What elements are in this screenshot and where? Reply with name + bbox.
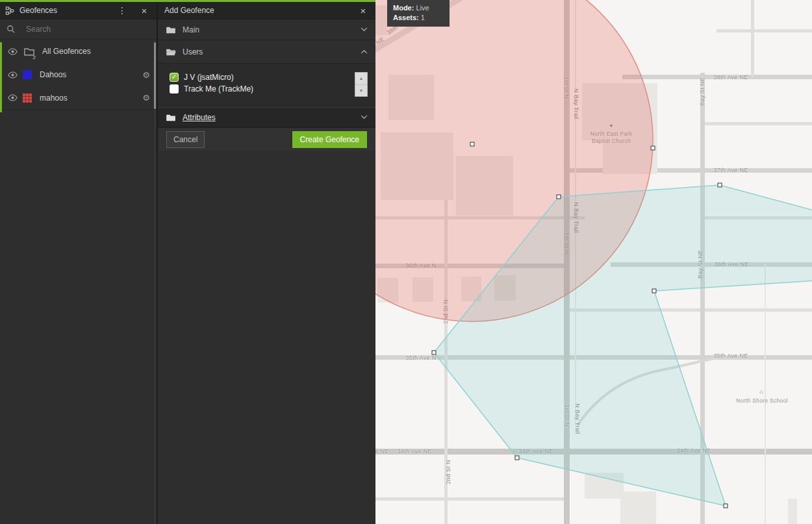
vertex-handle[interactable] — [651, 146, 655, 151]
street-label: 1st St N — [564, 405, 570, 427]
sidebar-item-label: All Geofences — [42, 47, 91, 56]
map-road — [717, 29, 812, 32]
section-attributes[interactable]: Attributes — [158, 107, 375, 127]
section-users[interactable]: Users — [158, 40, 375, 64]
map-road — [700, 73, 705, 524]
map-building — [494, 275, 516, 301]
map-road — [765, 264, 766, 524]
scroll-up-icon[interactable]: ▲ — [355, 73, 367, 85]
map-building — [377, 278, 398, 303]
map-road — [751, 0, 754, 77]
sidebar-scroll-track[interactable] — [154, 42, 156, 524]
vertex-handle[interactable] — [718, 183, 722, 188]
map-poi-icon: + — [609, 123, 613, 129]
street-label: 2nd St N — [445, 460, 451, 484]
map-road — [375, 216, 585, 219]
add-geofence-footer: Cancel Create Geofence — [158, 127, 375, 151]
street-label: 38th Ave NE — [713, 74, 748, 81]
street-label: 1st St N — [563, 232, 570, 255]
create-geofence-button[interactable]: Create Geofence — [292, 131, 367, 148]
street-label: 1st St N — [563, 77, 570, 99]
map-poi-icon: ⌂ — [759, 388, 763, 395]
map-building — [461, 277, 481, 301]
users-scrollbar[interactable]: ▲ ▼ — [355, 72, 368, 97]
geofence-color-swatch-red — [23, 94, 32, 103]
section-attributes-label: Attributes — [183, 113, 216, 122]
street-label: 36th Ave NE — [714, 261, 748, 268]
users-list: ✓ J V (jsatMicro) Track Me (TrackMe) ▲ ▼ — [158, 64, 375, 107]
geofences-panel: Geofences ⋮ × 2 All Geofences — [0, 2, 157, 524]
street-label: 34th Ave NE — [397, 448, 431, 455]
geofence-nodes-icon — [5, 6, 15, 16]
checkbox-unchecked-icon[interactable] — [170, 84, 179, 94]
street-label: 34th Ave NE — [518, 448, 553, 455]
street-label: N Bay Trail — [573, 202, 579, 232]
folder-icon — [166, 26, 176, 34]
map-road — [375, 264, 566, 268]
map-canvas[interactable]: 38th Ave NEBay St NE37th Ave NE36th Ave … — [375, 0, 812, 524]
app: 38th Ave NEBay St NE37th Ave NE36th Ave … — [0, 0, 812, 524]
kebab-menu-icon[interactable]: ⋮ — [115, 5, 129, 16]
panel-divider — [157, 0, 158, 524]
user-row-jv[interactable]: ✓ J V (jsatMicro) — [170, 71, 369, 83]
street-label: 35th Ave NE — [713, 353, 748, 359]
add-geofence-header: Add Geofence × — [158, 2, 375, 19]
cancel-button[interactable]: Cancel — [166, 131, 205, 148]
vertex-handle[interactable] — [470, 142, 475, 147]
geofences-panel-header: Geofences ⋮ × — [0, 2, 157, 19]
folder-open-icon — [166, 48, 176, 56]
map-road — [702, 216, 812, 219]
eye-icon[interactable] — [8, 48, 18, 55]
section-main[interactable]: Main — [158, 19, 375, 40]
map-building — [585, 473, 624, 499]
sidebar-item-dahoos[interactable]: Dahoos ⚙ — [0, 63, 157, 86]
eye-icon[interactable] — [8, 71, 18, 79]
scroll-down-icon[interactable]: ▼ — [355, 85, 367, 97]
user-label: J V (jsatMicro) — [184, 73, 234, 82]
map-road — [375, 449, 812, 455]
map-road — [375, 497, 566, 501]
geofence-color-swatch-blue — [23, 70, 32, 79]
map-road — [705, 122, 812, 125]
street-label: Bay St NE — [699, 77, 705, 106]
map-building — [412, 277, 433, 302]
add-geofence-panel: Add Geofence × Main Users — [158, 2, 375, 524]
geofences-panel-title: Geofences — [19, 6, 57, 15]
user-label: Track Me (TrackMe) — [184, 84, 253, 94]
section-main-label: Main — [183, 25, 199, 34]
chevron-down-icon — [361, 27, 368, 32]
chevron-up-icon — [361, 49, 368, 54]
sidebar-item-mahoos[interactable]: mahoos ⚙ — [0, 86, 157, 110]
street-label: North Shore School — [736, 397, 788, 404]
map-building — [456, 156, 513, 216]
search-bar — [0, 19, 157, 40]
map-building — [381, 132, 453, 200]
map-building — [603, 140, 657, 174]
vertex-handle[interactable] — [557, 195, 561, 199]
map-building — [788, 499, 797, 524]
user-row-trackme[interactable]: Track Me (TrackMe) — [170, 83, 369, 95]
top-accent-bar — [0, 0, 375, 2]
street-label: e NE — [375, 448, 389, 455]
vertex-handle[interactable] — [515, 456, 520, 460]
street-label: N Bay Trail — [574, 403, 581, 434]
map-road — [566, 308, 812, 312]
gear-icon[interactable]: ⚙ — [142, 70, 150, 80]
tooltip-assets-line: Assets: 1 — [393, 13, 444, 23]
sidebar-item-all-geofences[interactable]: 2 All Geofences — [0, 40, 157, 63]
street-label: 37th Ave NE — [713, 167, 748, 173]
folder-icon — [166, 114, 176, 121]
vertex-handle[interactable] — [724, 504, 728, 508]
street-label: 36th Ave N — [406, 262, 437, 269]
asset-tooltip: Mode: LiveAssets: 1 — [387, 0, 450, 27]
close-icon[interactable]: × — [356, 5, 370, 16]
vertex-handle[interactable] — [432, 351, 437, 355]
street-label: 35th Ave N — [406, 355, 437, 361]
chevron-down-icon — [361, 115, 368, 119]
vertex-handle[interactable] — [652, 289, 657, 293]
eye-icon[interactable] — [8, 94, 18, 101]
close-icon[interactable]: × — [137, 5, 151, 16]
gear-icon[interactable]: ⚙ — [142, 93, 150, 103]
checkbox-checked-icon[interactable]: ✓ — [170, 73, 179, 82]
search-input[interactable] — [26, 25, 130, 34]
